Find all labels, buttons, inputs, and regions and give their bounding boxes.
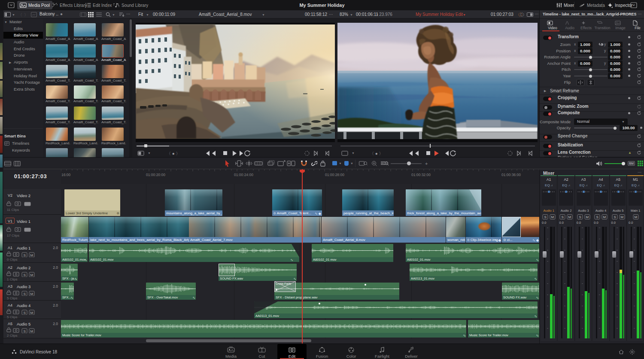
svg-text:M: M [30, 292, 33, 296]
svg-text:M: M [620, 215, 623, 219]
svg-text:M: M [568, 215, 571, 219]
svg-text:S: S [24, 329, 26, 333]
svg-text:M: M [635, 215, 638, 219]
svg-text:M: M [586, 215, 589, 219]
svg-text:S: S [614, 215, 616, 219]
svg-text:S: S [24, 253, 26, 257]
svg-text:S: S [562, 215, 564, 219]
svg-text:M: M [30, 329, 33, 333]
svg-text:M: M [30, 253, 33, 257]
svg-text:M: M [30, 273, 33, 277]
svg-text:S: S [24, 311, 26, 315]
svg-text:S: S [579, 215, 581, 219]
svg-text:S: S [544, 215, 547, 219]
svg-text:M: M [30, 311, 33, 315]
svg-text:S: S [596, 215, 598, 219]
svg-text:M: M [603, 215, 606, 219]
svg-text:S: S [24, 273, 26, 277]
svg-text:M: M [551, 215, 554, 219]
svg-text:S: S [24, 292, 26, 296]
